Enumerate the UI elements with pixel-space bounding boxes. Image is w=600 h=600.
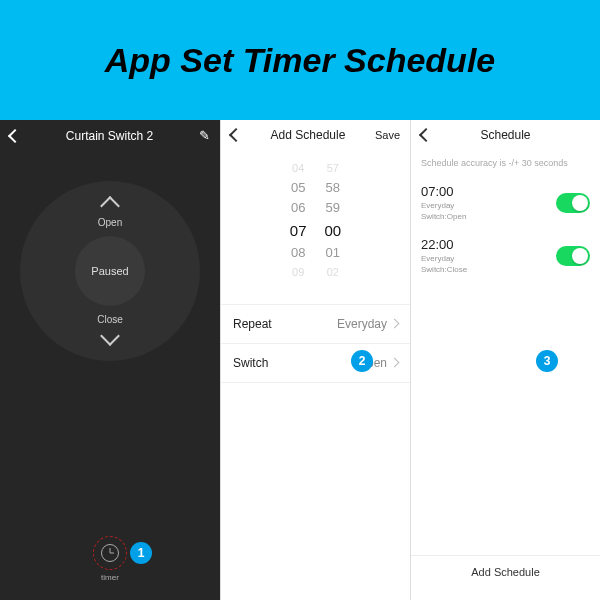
- minute-option: 59: [326, 198, 340, 219]
- control-circle: Open Paused Close: [20, 181, 200, 361]
- schedule-row[interactable]: 07:00 Everyday Switch:Open: [411, 176, 600, 229]
- repeat-label: Repeat: [233, 317, 272, 331]
- hour-option: 04: [292, 160, 304, 178]
- minute-option: 01: [326, 243, 340, 264]
- schedule-sub1: Everyday: [421, 201, 466, 210]
- save-button[interactable]: Save: [375, 129, 400, 141]
- step-badge-3: 3: [536, 350, 558, 372]
- timer-highlight-ring: [93, 536, 127, 570]
- edit-icon[interactable]: ✎: [199, 128, 210, 143]
- open-label: Open: [98, 217, 122, 228]
- schedule-toggle[interactable]: [556, 246, 590, 266]
- hour-option: 05: [291, 178, 305, 199]
- minute-option: 02: [327, 264, 339, 282]
- hour-option: 09: [292, 264, 304, 282]
- pause-button[interactable]: Paused: [75, 236, 145, 306]
- panel-add-schedule: Add Schedule Save 04 05 06 07 08 09 57 5…: [220, 120, 410, 600]
- schedule-time: 07:00: [421, 184, 466, 199]
- repeat-row[interactable]: Repeat Everyday: [221, 304, 410, 344]
- time-picker[interactable]: 04 05 06 07 08 09 57 58 59 00 01 02: [221, 150, 410, 298]
- panel3-header: Schedule: [411, 120, 600, 150]
- chevron-right-icon: [390, 358, 400, 368]
- timer-label: timer: [101, 573, 119, 582]
- schedule-toggle[interactable]: [556, 193, 590, 213]
- panel-schedule-list: Schedule Schedule accuracy is -/+ 30 sec…: [410, 120, 600, 600]
- open-button[interactable]: Open: [98, 199, 122, 228]
- status-label: Paused: [91, 265, 128, 277]
- switch-label: Switch: [233, 356, 268, 370]
- hour-selected: 07: [290, 219, 307, 243]
- panel1-header: Curtain Switch 2 ✎: [0, 120, 220, 151]
- hour-option: 06: [291, 198, 305, 219]
- schedule-title: Schedule: [431, 128, 580, 142]
- schedule-info: 07:00 Everyday Switch:Open: [421, 184, 466, 221]
- switch-row[interactable]: Switch Open: [221, 344, 410, 383]
- timer-button[interactable]: timer: [0, 536, 220, 582]
- minute-option: 58: [326, 178, 340, 199]
- schedule-sub2: Switch:Open: [421, 212, 466, 221]
- chevron-down-icon: [100, 326, 120, 346]
- banner-title: App Set Timer Schedule: [105, 41, 495, 80]
- schedule-info: 22:00 Everyday Switch:Close: [421, 237, 467, 274]
- repeat-value-wrap: Everyday: [337, 317, 398, 331]
- accuracy-hint: Schedule accuracy is -/+ 30 seconds: [411, 150, 600, 176]
- device-title: Curtain Switch 2: [20, 129, 199, 143]
- panels: Curtain Switch 2 ✎ Open Paused Close tim…: [0, 120, 600, 600]
- chevron-up-icon: [100, 196, 120, 216]
- minute-column[interactable]: 57 58 59 00 01 02: [325, 160, 342, 282]
- hour-column[interactable]: 04 05 06 07 08 09: [290, 160, 307, 282]
- step-badge-1: 1: [130, 542, 152, 564]
- repeat-value: Everyday: [337, 317, 387, 331]
- add-schedule-title: Add Schedule: [241, 128, 375, 142]
- close-button[interactable]: Close: [97, 314, 123, 343]
- schedule-row[interactable]: 22:00 Everyday Switch:Close: [411, 229, 600, 282]
- hour-option: 08: [291, 243, 305, 264]
- schedule-sub1: Everyday: [421, 254, 467, 263]
- panel2-header: Add Schedule Save: [221, 120, 410, 150]
- minute-selected: 00: [325, 219, 342, 243]
- minute-option: 57: [327, 160, 339, 178]
- close-label: Close: [97, 314, 123, 325]
- step-badge-2: 2: [351, 350, 373, 372]
- add-schedule-button[interactable]: Add Schedule: [411, 555, 600, 588]
- schedule-sub2: Switch:Close: [421, 265, 467, 274]
- chevron-right-icon: [390, 319, 400, 329]
- schedule-time: 22:00: [421, 237, 467, 252]
- panel-device-control: Curtain Switch 2 ✎ Open Paused Close tim…: [0, 120, 220, 600]
- banner: App Set Timer Schedule: [0, 0, 600, 120]
- clock-icon: [101, 544, 119, 562]
